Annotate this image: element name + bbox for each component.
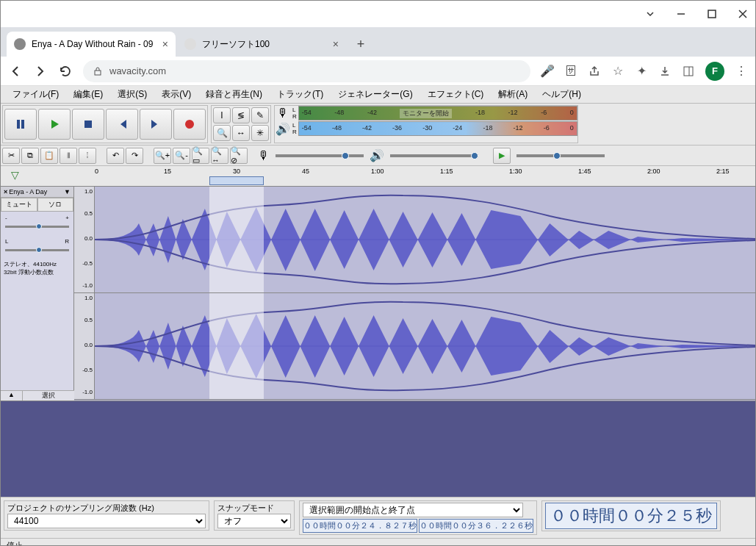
menu-analyze[interactable]: 解析(A) (491, 86, 535, 103)
collapse-button[interactable]: ▲ (1, 391, 23, 400)
zoom-fit-button[interactable]: 🔍↔ (211, 148, 228, 164)
menu-transport[interactable]: 録音と再生(N) (198, 86, 270, 103)
rec-volume-slider[interactable] (276, 154, 364, 157)
mic-icon: 🎙 (258, 149, 270, 162)
tracks-area: × Enya - A Day ▼ ミュート ソロ -+ LR ステレオ、4410… (1, 187, 755, 401)
audio-position-time[interactable]: ００時間００分２５秒 (545, 503, 717, 529)
menu-icon[interactable]: ⋮ (735, 65, 748, 78)
waveform-area[interactable]: 1.0 0.5 0.0 -0.5 -1.0 1.0 0.5 0.0 (74, 187, 755, 400)
share-icon[interactable] (588, 65, 601, 78)
speed-slider[interactable] (516, 154, 605, 157)
extensions-icon[interactable]: ✦ (635, 65, 648, 78)
menu-effect[interactable]: エフェクト(C) (420, 86, 492, 103)
cut-button[interactable]: ✂ (2, 148, 20, 164)
amplitude-scale: 1.0 0.5 0.0 -0.5 -1.0 (74, 187, 95, 292)
reload-button[interactable] (58, 64, 73, 79)
timeline-tick: 1:45 (578, 168, 591, 175)
back-button[interactable] (8, 64, 23, 79)
skip-start-button[interactable] (106, 109, 138, 140)
profile-avatar[interactable]: F (705, 62, 724, 81)
draw-tool[interactable]: ✎ (251, 107, 269, 123)
svg-rect-3 (684, 67, 693, 76)
selection-end-time[interactable]: ００時間００分３６．２２６秒 (419, 519, 533, 533)
timeshift-tool[interactable]: ↔ (232, 125, 250, 141)
audio-position-group: ００時間００分２５秒 (541, 500, 721, 531)
menu-generate[interactable]: ジェネレーター(G) (331, 86, 420, 103)
translate-icon[interactable]: 🈂 (564, 65, 577, 78)
selection-mode-select[interactable]: 選択範囲の開始点と終了点 (303, 503, 523, 517)
window-close-button[interactable] (738, 9, 748, 19)
project-rate-select[interactable]: 44100 (7, 514, 206, 528)
favicon-icon (184, 38, 196, 50)
selection-region[interactable] (209, 293, 264, 399)
play-volume-slider[interactable] (390, 154, 478, 157)
svg-rect-2 (95, 71, 101, 75)
bookmark-icon[interactable]: ☆ (611, 65, 624, 78)
timeline-ruler[interactable]: ▽ 01530451:001:151:301:452:002:15 (1, 166, 755, 187)
menu-help[interactable]: ヘルプ(H) (535, 86, 588, 103)
track-close-button[interactable]: × (4, 188, 7, 195)
stop-button[interactable] (72, 109, 104, 140)
envelope-tool[interactable]: ≶ (232, 107, 250, 123)
trim-button[interactable]: ⦀ (60, 148, 77, 164)
url-input[interactable]: wavacity.com (83, 60, 530, 82)
tab-close-button[interactable]: × (333, 38, 339, 50)
pause-button[interactable] (4, 109, 37, 140)
select-button[interactable]: 選択 (23, 391, 74, 400)
paste-button[interactable]: 📋 (40, 148, 58, 164)
window-minimize-button[interactable] (676, 9, 686, 19)
play-at-speed-button[interactable]: ▶ (493, 148, 511, 164)
new-tab-button[interactable]: + (350, 34, 371, 54)
channel-labels: LR (291, 107, 298, 120)
forward-button[interactable] (33, 64, 48, 79)
project-rate-group: プロジェクトのサンプリング周波数 (Hz) 44100 (4, 500, 209, 531)
download-icon[interactable] (658, 65, 672, 78)
timeline-tick: 0 (95, 168, 98, 175)
mute-button[interactable]: ミュート (1, 198, 37, 212)
zoom-in-button[interactable]: 🔍+ (154, 148, 171, 164)
tab-title: Enya - A Day Without Rain - 09 (32, 39, 153, 49)
redo-button[interactable]: ↷ (126, 148, 143, 164)
empty-track-area[interactable] (1, 401, 755, 497)
mic-icon[interactable]: 🎤 (541, 65, 554, 78)
zoom-out-button[interactable]: 🔍- (173, 148, 190, 164)
window-maximize-button[interactable] (707, 9, 717, 19)
channel-right[interactable]: 1.0 0.5 0.0 -0.5 -1.0 (74, 293, 755, 400)
gain-slider[interactable]: -+ (1, 212, 73, 235)
menu-select[interactable]: 選択(S) (110, 86, 154, 103)
track-header[interactable]: × Enya - A Day ▼ (1, 187, 73, 198)
selection-region[interactable] (209, 187, 264, 292)
play-button[interactable] (38, 109, 71, 140)
sidepanel-icon[interactable] (682, 65, 695, 78)
timeline-tick: 1:30 (509, 168, 522, 175)
browser-tab-inactive[interactable]: フリーソフト100 × (177, 32, 346, 57)
browser-tab-active[interactable]: Enya - A Day Without Rain - 09 × (7, 32, 176, 57)
zoom-tool[interactable]: 🔍 (213, 125, 231, 141)
playback-meter[interactable]: -54-48-42 -36-30-24 -18-12-60 (298, 121, 577, 136)
menu-view[interactable]: 表示(V) (154, 86, 198, 103)
menu-edit[interactable]: 編集(E) (66, 86, 110, 103)
timeline-selection[interactable] (209, 176, 264, 185)
zoom-toggle-button[interactable]: 🔍⊘ (230, 148, 248, 164)
undo-button[interactable]: ↶ (107, 148, 124, 164)
silence-button[interactable]: ⦙ (79, 148, 96, 164)
skip-end-button[interactable] (140, 109, 172, 140)
copy-button[interactable]: ⧉ (21, 148, 39, 164)
multi-tool[interactable]: ✳ (251, 125, 269, 141)
recording-meter[interactable]: -54-48-42 モニターを開始 -18-12-60 (298, 106, 577, 121)
tab-close-button[interactable]: × (162, 38, 168, 50)
pin-icon[interactable]: ▽ (11, 169, 19, 181)
pan-slider[interactable]: LR (1, 235, 73, 259)
solo-button[interactable]: ソロ (37, 198, 74, 212)
menu-file[interactable]: ファイル(F) (5, 86, 66, 103)
selection-start-time[interactable]: ００時間００分２４．８２７秒 (303, 519, 417, 533)
channel-left[interactable]: 1.0 0.5 0.0 -0.5 -1.0 (74, 187, 755, 293)
dropdown-icon[interactable]: ▼ (64, 188, 71, 195)
speaker-icon[interactable]: 🔊 (275, 122, 291, 136)
menu-tracks[interactable]: トラック(T) (270, 86, 331, 103)
record-button[interactable] (173, 109, 206, 140)
snap-select[interactable]: オフ (217, 514, 291, 528)
zoom-sel-button[interactable]: 🔍▭ (192, 148, 209, 164)
mic-icon[interactable]: 🎙 (275, 107, 291, 120)
selection-tool[interactable]: I (213, 107, 231, 123)
